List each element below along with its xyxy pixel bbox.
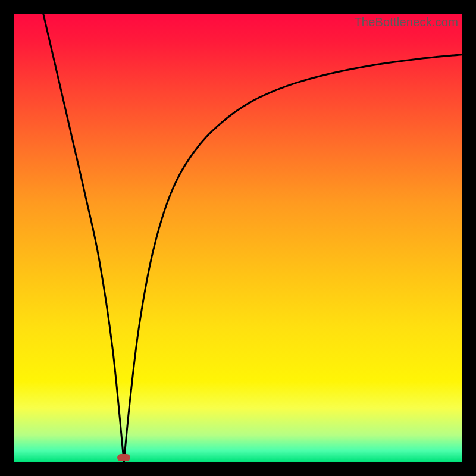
watermark-text: TheBottleneck.com	[354, 15, 458, 29]
chart-plot-area: TheBottleneck.com	[14, 14, 462, 462]
bottleneck-curve	[14, 14, 462, 462]
curve-right-branch	[124, 55, 462, 462]
curve-left-branch	[43, 14, 124, 462]
minimum-marker	[117, 454, 130, 461]
